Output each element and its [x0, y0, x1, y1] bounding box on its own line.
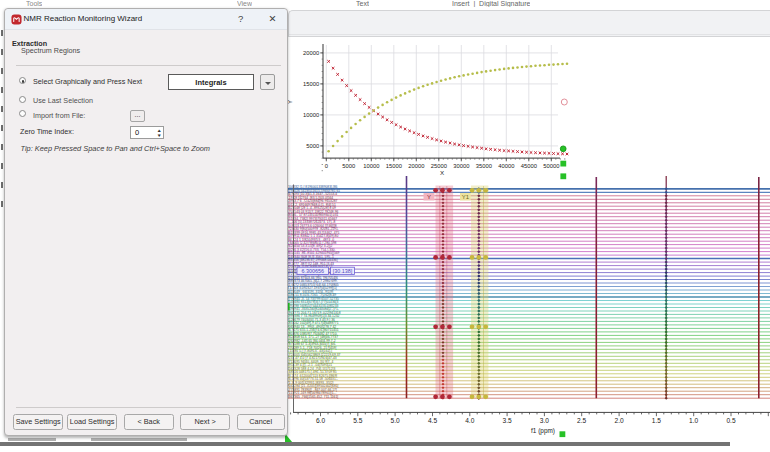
svg-text:3.5: 3.5 [503, 417, 512, 424]
svg-text:Y: Y [427, 194, 431, 200]
svg-text:6.0: 6.0 [316, 417, 325, 424]
svg-text:10000: 10000 [303, 112, 319, 118]
svg-text:f1 (ppm): f1 (ppm) [531, 427, 555, 435]
svg-text:4.5: 4.5 [428, 417, 437, 424]
svg-text:1.5: 1.5 [652, 417, 661, 424]
svg-text:2.5: 2.5 [577, 417, 586, 424]
svg-text:0.5: 0.5 [726, 417, 735, 424]
svg-text:6.300656: 6.300656 [301, 268, 323, 274]
svg-text:8367365 -766[1565.452. 711-116: 8367365 -766[1565.452. 711-1161[ [287, 395, 338, 399]
svg-text:3.0: 3.0 [540, 417, 549, 424]
svg-text:Y1: Y1 [462, 194, 470, 200]
svg-text:1.0: 1.0 [689, 417, 698, 424]
svg-text:5000: 5000 [306, 143, 319, 149]
svg-text:5.5: 5.5 [353, 417, 362, 424]
svg-text:[30.138]: [30.138] [333, 268, 353, 274]
svg-text:20000: 20000 [303, 50, 319, 56]
svg-text:15000: 15000 [303, 81, 319, 87]
svg-text:2.0: 2.0 [615, 417, 624, 424]
svg-text:5.0: 5.0 [391, 417, 400, 424]
svg-text:4.0: 4.0 [465, 417, 474, 424]
